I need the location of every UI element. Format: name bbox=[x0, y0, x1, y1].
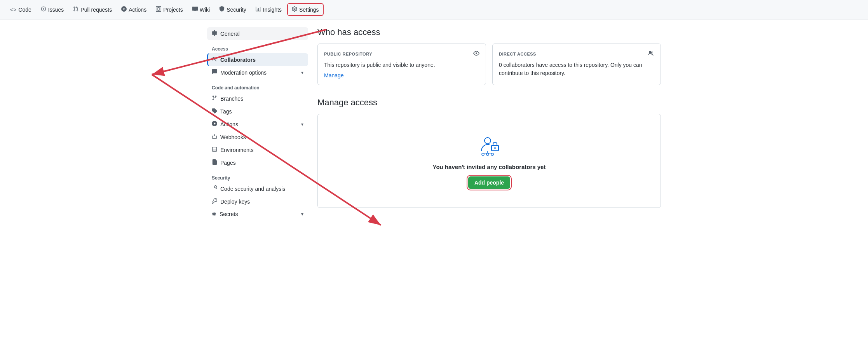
manage-access-title: Manage access bbox=[317, 98, 661, 108]
security-nav-icon bbox=[219, 6, 225, 13]
who-has-access-title: Who has access bbox=[317, 27, 661, 37]
sidebar-item-general[interactable]: General bbox=[207, 27, 308, 40]
general-icon bbox=[212, 30, 217, 37]
collaborators-lock-icon bbox=[478, 133, 501, 156]
actions-nav-icon bbox=[121, 6, 127, 13]
sidebar-item-webhooks[interactable]: Webhooks bbox=[207, 131, 308, 143]
nav-security[interactable]: Security bbox=[215, 4, 250, 15]
sidebar-item-pages[interactable]: Pages bbox=[207, 156, 308, 169]
svg-point-7 bbox=[491, 153, 493, 155]
people-icon bbox=[648, 50, 654, 58]
nav-wiki[interactable]: Wiki bbox=[188, 4, 214, 15]
nav-projects[interactable]: Projects bbox=[152, 4, 187, 15]
svg-point-2 bbox=[485, 138, 491, 144]
sidebar-item-environments[interactable]: Environments bbox=[207, 143, 308, 156]
access-section-label: Access bbox=[207, 40, 308, 53]
sidebar-item-secrets[interactable]: ✱ Secrets ▾ bbox=[207, 208, 308, 220]
top-navigation: <> Code Issues Pull requests Actions P bbox=[0, 0, 868, 19]
direct-access-label: DIRECT ACCESS bbox=[499, 52, 536, 56]
no-collaborators-text: You haven't invited any collaborators ye… bbox=[327, 164, 651, 170]
nav-code[interactable]: <> Code bbox=[6, 4, 35, 15]
public-repo-label: PUBLIC REPOSITORY bbox=[324, 52, 372, 56]
insights-icon bbox=[256, 6, 261, 13]
svg-point-9 bbox=[494, 147, 496, 149]
code-automation-section-label: Code and automation bbox=[207, 79, 308, 92]
direct-access-text: 0 collaborators have access to this repo… bbox=[499, 61, 654, 77]
sidebar: General Access Collaborators Moderation … bbox=[207, 27, 308, 220]
svg-point-1 bbox=[43, 8, 44, 10]
svg-point-6 bbox=[486, 153, 489, 155]
pull-requests-icon bbox=[73, 6, 78, 13]
nav-issues[interactable]: Issues bbox=[37, 4, 68, 15]
public-repo-card: PUBLIC REPOSITORY This repository is pub… bbox=[317, 44, 486, 85]
eye-icon bbox=[473, 50, 479, 58]
nav-settings[interactable]: Settings bbox=[287, 3, 324, 16]
main-layout: General Access Collaborators Moderation … bbox=[201, 19, 667, 228]
actions-chevron-icon: ▾ bbox=[301, 122, 303, 127]
nav-pull-requests[interactable]: Pull requests bbox=[69, 4, 116, 15]
public-repo-card-header: PUBLIC REPOSITORY bbox=[324, 50, 479, 58]
manage-link[interactable]: Manage bbox=[324, 72, 479, 78]
issues-icon bbox=[41, 6, 46, 13]
add-people-button[interactable]: Add people bbox=[468, 176, 510, 189]
settings-nav-icon bbox=[292, 6, 297, 13]
pages-icon bbox=[212, 159, 217, 166]
code-security-icon bbox=[212, 185, 217, 192]
secrets-icon: ✱ bbox=[212, 211, 216, 217]
main-content: Who has access PUBLIC REPOSITORY This re… bbox=[317, 27, 661, 220]
nav-actions[interactable]: Actions bbox=[117, 4, 150, 15]
direct-access-card: DIRECT ACCESS 0 collaborators have acces… bbox=[492, 44, 661, 85]
public-repo-text: This repository is public and visible to… bbox=[324, 61, 479, 69]
webhooks-icon bbox=[212, 134, 217, 140]
moderation-chevron-icon: ▾ bbox=[301, 70, 303, 75]
sidebar-item-actions[interactable]: Actions ▾ bbox=[207, 118, 308, 131]
sidebar-item-code-security[interactable]: Code security and analysis bbox=[207, 182, 308, 195]
projects-icon bbox=[156, 6, 161, 13]
moderation-icon bbox=[212, 69, 217, 76]
security-section-label: Security bbox=[207, 169, 308, 182]
tags-icon bbox=[212, 108, 217, 115]
sidebar-item-collaborators[interactable]: Collaborators bbox=[207, 53, 308, 66]
sidebar-item-branches[interactable]: Branches bbox=[207, 92, 308, 105]
sidebar-item-tags[interactable]: Tags bbox=[207, 105, 308, 118]
environments-icon bbox=[212, 146, 217, 153]
deploy-keys-icon bbox=[212, 198, 217, 205]
nav-insights[interactable]: Insights bbox=[252, 4, 286, 15]
branches-icon bbox=[212, 95, 217, 102]
secrets-chevron-icon: ▾ bbox=[301, 211, 303, 217]
direct-access-card-header: DIRECT ACCESS bbox=[499, 50, 654, 58]
code-icon: <> bbox=[10, 7, 16, 13]
svg-point-5 bbox=[482, 153, 484, 155]
access-cards: PUBLIC REPOSITORY This repository is pub… bbox=[317, 44, 661, 85]
sidebar-item-moderation[interactable]: Moderation options ▾ bbox=[207, 66, 308, 79]
manage-access-box: You haven't invited any collaborators ye… bbox=[317, 114, 661, 208]
collaborators-icon bbox=[212, 56, 217, 63]
actions-sidebar-icon bbox=[212, 121, 217, 127]
manage-access-icon-wrap bbox=[327, 133, 651, 157]
wiki-icon bbox=[192, 6, 198, 13]
sidebar-item-deploy-keys[interactable]: Deploy keys bbox=[207, 195, 308, 208]
